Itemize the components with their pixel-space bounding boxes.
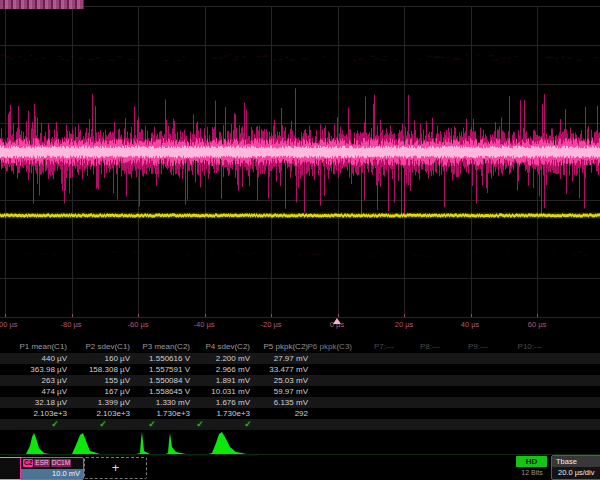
measurement-header[interactable]: P2 sdev(C1) xyxy=(68,341,130,352)
measurement-header[interactable]: P10:--- xyxy=(492,341,542,352)
hd-mode-badge[interactable]: HD xyxy=(516,456,547,467)
measurement-mean: 2.966 mV xyxy=(188,364,250,375)
measurement-header[interactable]: P8:--- xyxy=(390,341,440,352)
time-tick-label: -60 µs xyxy=(108,320,168,329)
time-tick-label: 40 µs xyxy=(440,320,500,329)
measurement-max: 1.558645 V xyxy=(128,386,190,397)
measurement-sdev: 1.676 mV xyxy=(188,397,250,408)
measurement-sdev: 1.399 µV xyxy=(68,397,130,408)
waveform-display[interactable] xyxy=(0,0,600,318)
measurement-histicon[interactable] xyxy=(118,432,158,455)
measurement-sdev: 6.135 mV xyxy=(246,397,308,408)
measurement-min: 155 µV xyxy=(68,375,130,386)
measurement-value: 1.550616 V xyxy=(128,353,190,364)
measurement-header[interactable]: P4 sdev(C2) xyxy=(188,341,250,352)
bit-depth-label: 12 Bits xyxy=(512,469,552,476)
measurement-num: 1.730e+3 xyxy=(128,408,190,419)
measurement-min: 25.03 mV xyxy=(246,375,308,386)
table-row-mean: 363.98 µV 158.308 µV 1.557591 V 2.966 mV… xyxy=(0,364,600,375)
measurement-num: 2.103e+3 xyxy=(68,408,130,419)
toolbar-divider xyxy=(0,454,600,455)
c2-vertical-scale: 10.0 mV xyxy=(21,469,83,479)
time-tick-label: -100 µs xyxy=(0,320,35,329)
measurement-header[interactable]: P7:--- xyxy=(344,341,394,352)
table-row-min: 263 µV 155 µV 1.550084 V 1.891 mV 25.03 … xyxy=(0,375,600,386)
measurement-mean: 363.98 µV xyxy=(5,364,67,375)
measurement-sdev: 32.18 µV xyxy=(5,397,67,408)
table-row-num: 2.103e+3 2.103e+3 1.730e+3 1.730e+3 292 xyxy=(0,408,600,419)
measurement-value: 160 µV xyxy=(68,353,130,364)
measurement-value: 440 µV xyxy=(5,353,67,364)
c2-esr-badge: ESR xyxy=(34,459,49,467)
measurement-mean: 33.477 mV xyxy=(246,364,308,375)
time-tick-label: 60 µs xyxy=(507,320,567,329)
measurement-table: P1 mean(C1) P2 sdev(C1) P3 mean(C2) P4 s… xyxy=(0,341,600,430)
channel-c2-descriptor[interactable]: C2ESRDC1M 10.0 mV xyxy=(20,457,84,480)
plus-icon: + xyxy=(112,460,120,475)
measurement-min: 1.550084 V xyxy=(128,375,190,386)
measurement-sdev: 1.330 mV xyxy=(128,397,190,408)
measurement-num: 1.730e+3 xyxy=(188,408,250,419)
measurement-num: 292 xyxy=(246,408,308,419)
time-tick-label: -40 µs xyxy=(174,320,234,329)
timebase-value: 20.0 µs/div xyxy=(552,467,600,477)
time-tick-label: -80 µs xyxy=(41,320,101,329)
vendor-logo xyxy=(0,0,84,9)
measurement-min: 263 µV xyxy=(5,375,67,386)
c2-coupling-badge: DC1M xyxy=(51,459,71,467)
measurement-header[interactable]: P9:--- xyxy=(438,341,488,352)
table-row-headers: P1 mean(C1) P2 sdev(C1) P3 mean(C2) P4 s… xyxy=(0,341,600,352)
measurement-histicon[interactable] xyxy=(18,433,56,455)
measurement-max: 59.97 mV xyxy=(246,386,308,397)
measurement-histicon[interactable] xyxy=(205,432,252,455)
measurement-num: 2.103e+3 xyxy=(5,408,67,419)
measurement-header[interactable]: P3 mean(C2) xyxy=(128,341,190,352)
measurement-max: 474 µV xyxy=(5,386,67,397)
time-axis: -100 µs -80 µs -60 µs -40 µs -20 µs 0 µs… xyxy=(0,318,600,332)
table-row-sdev: 32.18 µV 1.399 µV 1.330 mV 1.676 mV 6.13… xyxy=(0,397,600,408)
measurement-mean: 158.308 µV xyxy=(68,364,130,375)
measurement-header[interactable]: P1 mean(C1) xyxy=(5,341,67,352)
measurement-min: 1.891 mV xyxy=(188,375,250,386)
measurement-value: 27.97 mV xyxy=(246,353,308,364)
time-tick-label: -20 µs xyxy=(241,320,301,329)
time-tick-label: 20 µs xyxy=(374,320,434,329)
timebase-descriptor[interactable]: Tbase 20.0 µs/div xyxy=(551,455,600,480)
oscilloscope-screen: -100 µs -80 µs -60 µs -40 µs -20 µs 0 µs… xyxy=(0,0,600,480)
measurement-value: 2.200 mV xyxy=(188,353,250,364)
measurement-mean: 1.557591 V xyxy=(128,364,190,375)
histicon-strip xyxy=(0,429,600,457)
timebase-title: Tbase xyxy=(552,456,600,467)
measurement-histicon[interactable] xyxy=(66,433,108,455)
table-row-value: 440 µV 160 µV 1.550616 V 2.200 mV 27.97 … xyxy=(0,353,600,364)
measurement-max: 167 µV xyxy=(68,386,130,397)
trigger-time-marker[interactable] xyxy=(333,318,341,324)
measurement-max: 10.031 mV xyxy=(188,386,250,397)
measurement-histicon[interactable] xyxy=(163,433,200,455)
add-trace-button[interactable]: + xyxy=(84,457,147,479)
table-row-max: 474 µV 167 µV 1.558645 V 10.031 mV 59.97… xyxy=(0,386,600,397)
c2-channel-tab[interactable]: C2 xyxy=(23,459,33,467)
